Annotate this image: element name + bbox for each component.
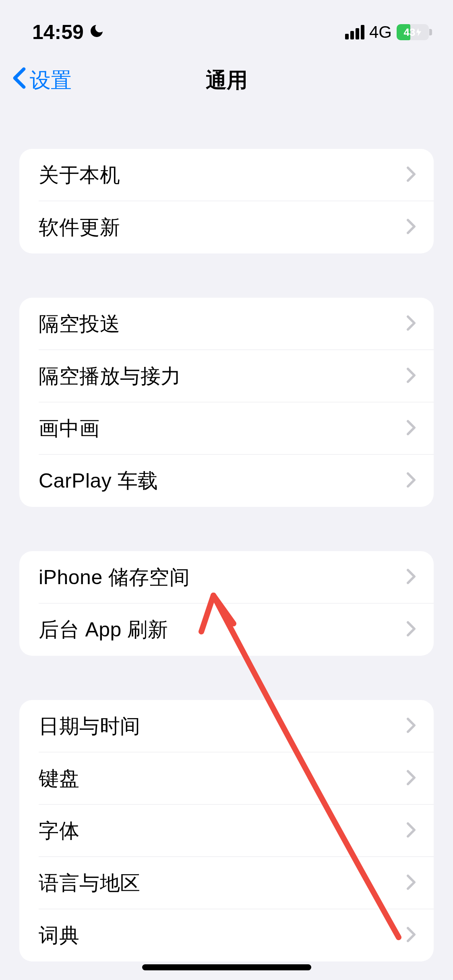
battery-icon: 43 <box>397 24 429 40</box>
settings-group-4: 日期与时间 键盘 字体 语言与地区 词典 <box>19 700 434 961</box>
row-fonts[interactable]: 字体 <box>19 805 434 857</box>
row-date-time[interactable]: 日期与时间 <box>19 700 434 752</box>
row-background-app-refresh[interactable]: 后台 App 刷新 <box>19 603 434 656</box>
chevron-right-icon <box>406 568 416 586</box>
settings-group-2: 隔空投送 隔空播放与接力 画中画 CarPlay 车载 <box>19 298 434 507</box>
chevron-right-icon <box>406 420 416 437</box>
row-label: 语言与地区 <box>39 870 141 897</box>
row-label: 字体 <box>39 817 79 844</box>
content: 关于本机 软件更新 隔空投送 隔空播放与接力 画中画 <box>0 149 453 961</box>
back-button[interactable]: 设置 <box>12 66 72 95</box>
network-label: 4G <box>369 23 392 42</box>
home-indicator[interactable] <box>142 964 311 970</box>
row-about[interactable]: 关于本机 <box>19 149 434 201</box>
moon-icon <box>89 21 105 44</box>
row-label: iPhone 储存空间 <box>39 564 190 591</box>
chevron-right-icon <box>406 166 416 184</box>
settings-group-1: 关于本机 软件更新 <box>19 149 434 253</box>
row-label: 画中画 <box>39 415 100 442</box>
back-label: 设置 <box>30 66 72 95</box>
row-label: 软件更新 <box>39 214 120 241</box>
chevron-right-icon <box>406 367 416 385</box>
row-label: 隔空播放与接力 <box>39 363 181 390</box>
row-label: 隔空投送 <box>39 311 120 338</box>
chevron-right-icon <box>406 874 416 892</box>
row-label: 词典 <box>39 922 79 949</box>
status-bar: 14:59 4G 43 <box>0 0 453 52</box>
chevron-left-icon <box>12 67 27 94</box>
status-right: 4G 43 <box>345 23 429 42</box>
chevron-right-icon <box>406 218 416 236</box>
row-language-region[interactable]: 语言与地区 <box>19 857 434 909</box>
row-pip[interactable]: 画中画 <box>19 402 434 455</box>
row-label: 关于本机 <box>39 162 120 189</box>
chevron-right-icon <box>406 621 416 638</box>
row-iphone-storage[interactable]: iPhone 储存空间 <box>19 551 434 603</box>
nav-bar: 设置 通用 <box>0 52 453 109</box>
status-left: 14:59 <box>32 21 105 44</box>
row-label: 日期与时间 <box>39 713 141 740</box>
row-label: CarPlay 车载 <box>39 467 158 494</box>
row-software-update[interactable]: 软件更新 <box>19 201 434 253</box>
row-label: 键盘 <box>39 765 79 792</box>
settings-group-3: iPhone 储存空间 后台 App 刷新 <box>19 551 434 656</box>
chevron-right-icon <box>406 472 416 490</box>
battery-percent: 43 <box>404 26 416 39</box>
chevron-right-icon <box>406 717 416 735</box>
row-carplay[interactable]: CarPlay 车载 <box>19 455 434 507</box>
signal-icon <box>345 25 364 39</box>
row-airdrop[interactable]: 隔空投送 <box>19 298 434 350</box>
row-keyboard[interactable]: 键盘 <box>19 752 434 805</box>
chevron-right-icon <box>406 315 416 333</box>
row-airplay-handoff[interactable]: 隔空播放与接力 <box>19 350 434 402</box>
page-title: 通用 <box>206 66 248 95</box>
row-dictionary[interactable]: 词典 <box>19 909 434 961</box>
row-label: 后台 App 刷新 <box>39 616 168 643</box>
status-time: 14:59 <box>32 21 84 44</box>
chevron-right-icon <box>406 770 416 787</box>
chevron-right-icon <box>406 822 416 840</box>
chevron-right-icon <box>406 926 416 944</box>
